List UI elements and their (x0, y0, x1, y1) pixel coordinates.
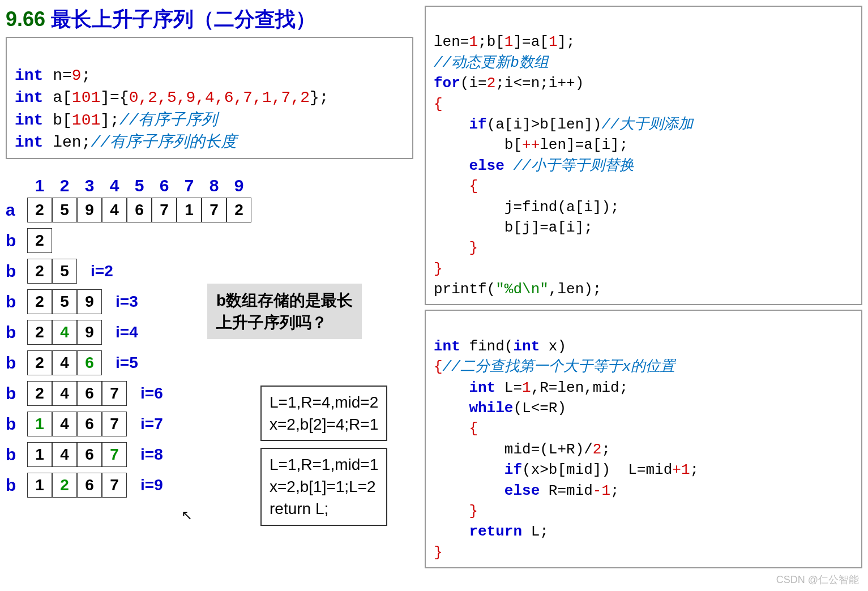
row-label: b (6, 476, 23, 495)
array-cell: 5 (52, 198, 77, 222)
array-cell: 2 (27, 320, 52, 345)
array-cell: 4 (52, 320, 77, 345)
array-cell: 1 (27, 442, 52, 467)
row-label: b (6, 414, 23, 434)
array-cell: 2 (27, 381, 52, 406)
step-label: i=7 (140, 415, 163, 433)
array-cell: 2 (27, 289, 52, 314)
page-title: 9.66 最长上升子序列（二分查找） (6, 6, 413, 33)
index-row: 123456789 (27, 176, 413, 195)
array-cell: 2 (27, 198, 52, 222)
array-cell: 7 (102, 381, 127, 406)
trace-area: 123456789 a259467172b2b25i=2b259i=3b249i… (6, 176, 413, 498)
array-cell: 5 (52, 259, 77, 284)
trace-row: b2 (6, 228, 413, 253)
array-cell: 4 (52, 381, 77, 406)
step-label: i=4 (116, 323, 138, 341)
array-cell: 9 (77, 198, 102, 222)
index-cell: 5 (127, 176, 152, 195)
binary-trace-2: L=1,R=1,mid=1 x=2,b[1]=1;L=2 return L; (260, 448, 387, 526)
array-cell: 2 (52, 473, 77, 498)
row-label: b (6, 323, 23, 342)
cursor-icon: ↖ (181, 507, 193, 523)
index-cell: 4 (102, 176, 127, 195)
trace-row: a259467172 (6, 198, 413, 222)
array-cell: 6 (127, 198, 152, 222)
title-text: 最长上升子序列（二分查找） (45, 7, 316, 31)
array-cell: 4 (52, 350, 77, 375)
array-cell: 2 (27, 259, 52, 284)
array-cell: 2 (27, 228, 52, 253)
array-cell: 1 (27, 412, 52, 436)
index-cell: 3 (77, 176, 102, 195)
index-cell: 9 (226, 176, 251, 195)
row-label: b (6, 384, 23, 403)
array-cell: 6 (77, 473, 102, 498)
find-function-code: int find(int x) {//二分查找第一个大于等于x的位置 int L… (425, 310, 862, 568)
step-label: i=6 (140, 384, 163, 402)
array-cell: 7 (202, 198, 226, 222)
step-label: i=9 (140, 476, 163, 494)
main-loop-code: len=1;b[1]=a[1]; //动态更新b数组 for(i=2;i<=n;… (425, 6, 862, 305)
row-label: b (6, 262, 23, 281)
trace-row: b25i=2 (6, 259, 413, 284)
array-cell: 2 (226, 198, 251, 222)
trace-row: b246i=5 (6, 350, 413, 375)
row-label: b (6, 445, 23, 464)
array-cell: 6 (77, 381, 102, 406)
array-cell: 4 (52, 442, 77, 467)
array-cell: 1 (177, 198, 202, 222)
row-label: b (6, 292, 23, 311)
question-box: b数组存储的是最长 上升子序列吗？ (207, 284, 362, 339)
step-label: i=5 (116, 354, 138, 372)
binary-trace-1: L=1,R=4,mid=2 x=2,b[2]=4;R=1 (260, 386, 387, 441)
step-label: i=2 (91, 262, 113, 280)
array-cell: 6 (77, 412, 102, 436)
array-cell: 6 (77, 442, 102, 467)
index-cell: 1 (27, 176, 52, 195)
array-cell: 4 (52, 412, 77, 436)
array-cell: 7 (102, 412, 127, 436)
index-cell: 8 (202, 176, 226, 195)
row-label: b (6, 353, 23, 372)
array-cell: 7 (102, 473, 127, 498)
array-cell: 1 (27, 473, 52, 498)
index-cell: 6 (152, 176, 177, 195)
array-cell: 9 (77, 289, 102, 314)
array-cell: 9 (77, 320, 102, 345)
array-cell: 6 (77, 350, 102, 375)
array-cell: 7 (152, 198, 177, 222)
index-cell: 7 (177, 176, 202, 195)
array-cell: 5 (52, 289, 77, 314)
array-cell: 7 (102, 442, 127, 467)
declaration-code: int n=9; int a[101]={0,2,5,9,4,6,7,1,7,2… (6, 37, 413, 159)
index-cell: 2 (52, 176, 77, 195)
step-label: i=8 (140, 446, 163, 464)
row-label: b (6, 231, 23, 250)
array-cell: 2 (27, 350, 52, 375)
row-label: a (6, 200, 23, 220)
title-num: 9.66 (6, 7, 45, 31)
watermark: CSDN @仁公智能 (776, 573, 859, 574)
array-cell: 4 (102, 198, 127, 222)
step-label: i=3 (116, 293, 138, 311)
